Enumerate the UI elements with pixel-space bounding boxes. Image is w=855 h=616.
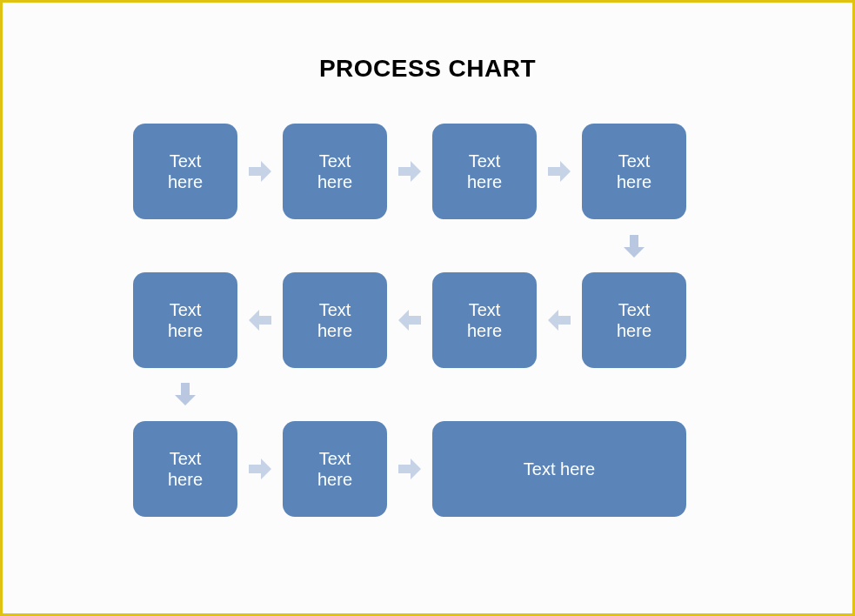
process-box: Text here: [283, 124, 387, 219]
arrow-right-slot: [537, 124, 582, 219]
process-box: Text here: [432, 124, 537, 219]
process-box: Text here: [133, 124, 237, 219]
arrow-right-icon: [546, 158, 572, 184]
arrow-left-icon: [546, 307, 572, 333]
process-box: Text here: [283, 421, 387, 517]
arrow-left-slot: [387, 272, 432, 368]
arrow-down-icon: [621, 233, 647, 259]
arrow-right-icon: [247, 456, 273, 482]
diagram-frame: PROCESS CHART Text here Text here Text h…: [0, 0, 855, 616]
process-box: Text here: [283, 272, 387, 368]
arrow-left-icon: [247, 307, 273, 333]
arrow-right-slot: [387, 124, 432, 219]
flow-row-2: Text here Text here Text here Text here: [133, 272, 686, 368]
arrow-left-slot: [537, 272, 582, 368]
process-box: Text here: [582, 272, 686, 368]
arrow-right-slot: [237, 421, 283, 517]
process-box: Text here: [432, 272, 537, 368]
process-box: Text here: [133, 421, 237, 517]
process-box-wide: Text here: [432, 421, 686, 517]
chart-title: PROCESS CHART: [3, 55, 852, 83]
arrow-right-icon: [397, 456, 423, 482]
arrow-left-slot: [237, 272, 283, 368]
arrow-left-icon: [397, 307, 423, 333]
arrow-right-icon: [397, 158, 423, 184]
flow-row-3: Text here Text here Text here: [133, 421, 686, 517]
flow-row-1: Text here Text here Text here Text here: [133, 124, 686, 219]
process-box: Text here: [133, 272, 237, 368]
arrow-right-slot: [237, 124, 283, 219]
arrow-down-icon: [172, 381, 198, 407]
arrow-right-slot: [387, 421, 432, 517]
flow-canvas: Text here Text here Text here Text here: [133, 103, 759, 590]
process-box: Text here: [582, 124, 686, 219]
arrow-right-icon: [247, 158, 273, 184]
